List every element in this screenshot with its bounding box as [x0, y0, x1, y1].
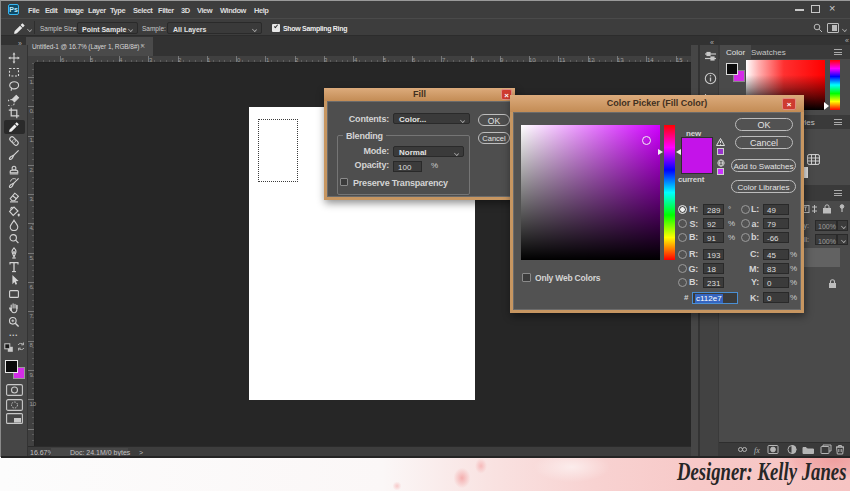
svg-text:fx: fx: [754, 446, 760, 455]
